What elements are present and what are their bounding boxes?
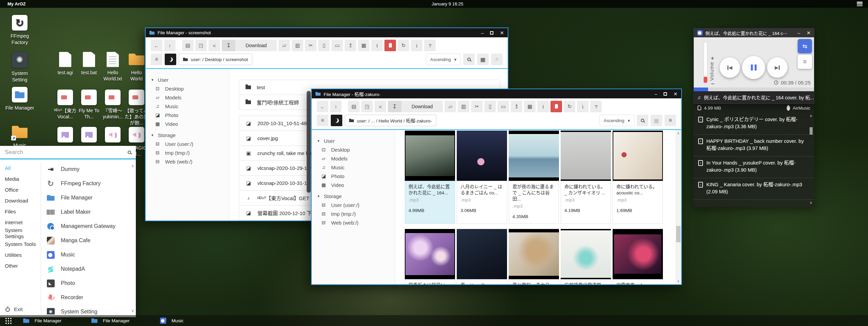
download-button[interactable]: ↧ Download	[222, 40, 277, 51]
up-button[interactable]: ↑	[330, 101, 342, 112]
menu-button[interactable]: ≡	[151, 54, 162, 65]
start-menu-category[interactable]: Internet	[0, 217, 41, 228]
desktop-icon[interactable]: Music	[3, 124, 36, 149]
close-button[interactable]: ✕	[500, 31, 504, 35]
rename-button[interactable]: I	[371, 40, 383, 51]
open-button[interactable]: ▤	[182, 40, 194, 51]
start-menu-app[interactable]: Label Maker	[41, 205, 130, 219]
grid-file-card[interactable]: 四季折々に揺蕩い... .mp3	[405, 229, 455, 284]
dark-mode-toggle[interactable]	[165, 54, 176, 65]
start-menu-app[interactable]: Recorder	[41, 290, 130, 305]
start-menu-app[interactable]: Manga Cafe	[41, 233, 130, 248]
start-menu-app[interactable]: Dummy	[41, 162, 130, 176]
paste-button[interactable]: ▥	[458, 101, 469, 112]
scrollbar[interactable]: ∧ ∨	[675, 130, 681, 284]
titlebar[interactable]: 例えば、今此処に置かれた花に _ 164 c⋯ – ✕	[694, 28, 814, 37]
close-button[interactable]: ✕	[673, 92, 677, 96]
desktop-icon[interactable]: File Manager	[3, 87, 36, 111]
sidebar-item-models[interactable]: ▱ Models	[312, 154, 395, 163]
sidebar-section-storage[interactable]: ▾ Storage	[146, 131, 229, 139]
scroll-up-icon[interactable]: ∧	[675, 131, 681, 135]
grid-view-button[interactable]: ▦	[651, 115, 662, 126]
exit-button[interactable]: Exit	[5, 306, 23, 312]
grid-file-card[interactable]: 八月のレイニー _ はるまきごはん co... .mp3 3.06MB	[457, 131, 507, 224]
sidebar-item-photo[interactable]: ◪ Photo	[312, 172, 395, 180]
start-menu-category[interactable]: System Tools	[0, 239, 41, 250]
start-menu-category[interactable]: All	[0, 163, 41, 174]
open-in-new-button[interactable]: ◳	[361, 101, 373, 112]
list-view-button[interactable]: ≡	[665, 115, 676, 126]
volume-slider[interactable]	[704, 42, 707, 83]
grid-file-card[interactable]: 君が夜の海に還るまで _ こんにちは谷田... .mp3 4.35MB	[509, 131, 559, 224]
grid-view-button[interactable]: ▦	[477, 54, 489, 65]
sidebar-section-storage[interactable]: ▾ Storage	[312, 192, 395, 200]
system-brand[interactable]: My ArOZ	[7, 1, 26, 6]
grid-file-card[interactable]: 命に嫌われている。 _ カンザキイオリ ... .mp3 4.19MB	[561, 131, 611, 224]
help-button[interactable]: ?	[590, 101, 602, 112]
back-button[interactable]: ←	[317, 101, 328, 112]
cut-button[interactable]: ✂	[305, 40, 317, 51]
scroll-up-icon[interactable]: ∧	[131, 164, 134, 168]
grid-file-card[interactable]: 声 _ HarryP cover... .mp3	[457, 229, 507, 284]
pause-button[interactable]	[742, 56, 765, 79]
desktop-icon[interactable]: System Setting	[3, 52, 36, 83]
sidebar-item-web-drive[interactable]: ⊟ Web (web:/)	[312, 218, 395, 227]
start-menu-app[interactable]: Management Gateway	[41, 219, 130, 233]
sidebar-item-tmp-drive[interactable]: ⊟ tmp (tmp:/)	[312, 209, 395, 218]
start-menu-app[interactable]: Photo	[41, 276, 130, 290]
start-menu-app[interactable]: NotepadA	[41, 262, 130, 276]
start-menu-category[interactable]: Office	[0, 185, 41, 195]
scroll-down-icon[interactable]: ∨	[131, 308, 134, 313]
close-button[interactable]: ✕	[807, 31, 811, 35]
new-folder-button[interactable]: ▭	[498, 101, 509, 112]
start-menu-app[interactable]: FFmpeg Factory	[41, 176, 130, 191]
titlebar[interactable]: File Manager - 柘榴-zakuro- – ✕	[312, 89, 681, 98]
desktop-icon[interactable]: ᴴᴰ⁶⁰【東方Vocal...	[53, 90, 77, 120]
new-file-button[interactable]: ▯	[484, 101, 496, 112]
playlist-toggle-button[interactable]: ≡	[798, 55, 812, 69]
scrollbar-thumb[interactable]	[810, 127, 813, 135]
playlist-item[interactable]: KING _ Kanaria cover. by 柘榴-zakuro-.mp3 …	[693, 178, 814, 200]
sidebar-item-desktop[interactable]: ⊡ Desktop	[312, 145, 395, 154]
playlist-item[interactable]: In Your Hands _ yusukeP cover. by 柘榴-zak…	[693, 156, 814, 178]
start-menu-category[interactable]: Download	[0, 195, 41, 206]
hamburger-menu-icon[interactable]	[857, 2, 863, 6]
sort-dropdown[interactable]: Ascending ▾	[599, 115, 634, 126]
sidebar-item-user-drive[interactable]: ⊟ User (user:/)	[146, 139, 229, 148]
maximize-button[interactable]	[664, 92, 667, 96]
desktop-icon[interactable]: test.bat	[77, 52, 101, 76]
start-menu-category[interactable]: Media	[0, 174, 41, 185]
desktop-icon[interactable]: Fly Me To Th...	[77, 90, 101, 120]
search-button[interactable]	[637, 115, 648, 126]
sidebar-item-music[interactable]: ♫ Music	[146, 102, 229, 111]
rename-button[interactable]: I	[537, 101, 549, 112]
progress-bar[interactable]	[694, 88, 814, 91]
minimize-button[interactable]: –	[797, 31, 800, 35]
open-button[interactable]: ▤	[348, 101, 360, 112]
desktop-icon[interactable]: Hello World.txt	[101, 52, 125, 82]
grid-file-card[interactable]: 命に嫌われている。acoustic co... .mp3 1.69MB	[613, 131, 663, 224]
start-menu-category[interactable]: Other	[0, 261, 41, 271]
desktop-icon[interactable]: FFmpeg Factory	[3, 15, 36, 46]
new-file-button[interactable]: ▯	[318, 40, 330, 51]
delete-button[interactable]	[550, 101, 562, 112]
breadcrumb[interactable]: user: / ... / Hello World / 柘榴-zakuro-	[345, 115, 436, 126]
delete-button[interactable]	[384, 40, 396, 51]
start-menu-category[interactable]: Files	[0, 206, 41, 217]
upload-button[interactable]: ↥	[511, 101, 522, 112]
next-track-button[interactable]: ▶	[767, 57, 788, 78]
search-input[interactable]	[5, 149, 128, 156]
app-launcher-button[interactable]	[5, 318, 7, 319]
cut-button[interactable]: ✂	[471, 101, 483, 112]
dark-mode-toggle[interactable]	[331, 115, 342, 126]
grid-file-card[interactable]: 妄想感傷代償連盟... .mp3	[561, 229, 611, 284]
scrollbar-thumb[interactable]	[307, 91, 311, 193]
share-button[interactable]: <	[209, 40, 220, 51]
start-menu-app[interactable]: File Manager	[41, 191, 130, 205]
archive-button[interactable]: ▦	[524, 101, 536, 112]
sort-dropdown[interactable]: Ascending ▾	[426, 54, 461, 65]
previous-track-button[interactable]: ◀	[720, 57, 740, 78]
paste-button[interactable]: ▥	[292, 40, 303, 51]
volume-slider-thumb[interactable]	[704, 77, 707, 83]
scrollbar[interactable]: ∧ ∨	[809, 113, 813, 205]
